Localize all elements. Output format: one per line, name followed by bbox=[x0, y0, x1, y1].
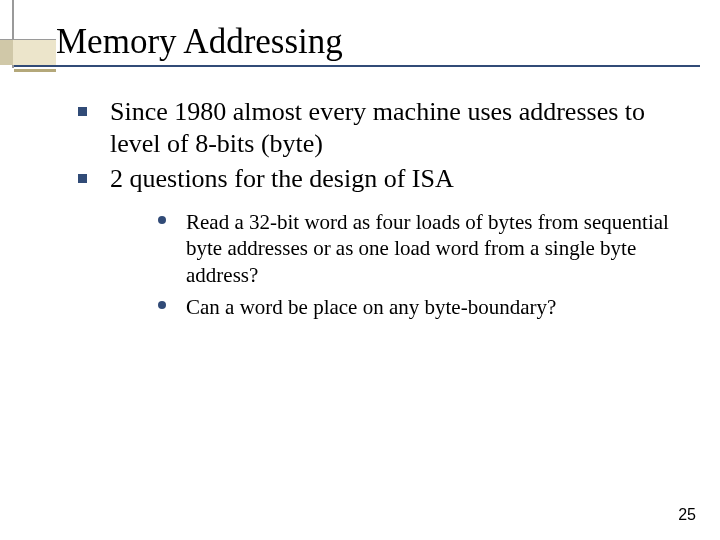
list-item: 2 questions for the design of ISA Read a… bbox=[78, 163, 680, 320]
list-item: Can a word be place on any byte-boundary… bbox=[158, 294, 680, 320]
slide-title: Memory Addressing bbox=[56, 22, 343, 62]
square-bullet-icon bbox=[78, 107, 87, 116]
list-item: Since 1980 almost every machine uses add… bbox=[78, 96, 680, 159]
sub-bullet-list: Read a 32-bit word as four loads of byte… bbox=[158, 209, 680, 320]
bullet-text: 2 questions for the design of ISA bbox=[110, 164, 454, 193]
svg-rect-3 bbox=[0, 40, 13, 65]
bullet-text: Can a word be place on any byte-boundary… bbox=[186, 295, 556, 319]
bullet-list: Since 1980 almost every machine uses add… bbox=[78, 96, 680, 320]
title-underline-accent bbox=[14, 69, 56, 72]
dot-bullet-icon bbox=[158, 301, 166, 309]
bullet-text: Since 1980 almost every machine uses add… bbox=[110, 97, 645, 158]
square-bullet-icon bbox=[78, 174, 87, 183]
bullet-text: Read a 32-bit word as four loads of byte… bbox=[186, 210, 669, 287]
list-item: Read a 32-bit word as four loads of byte… bbox=[158, 209, 680, 288]
slide-body: Since 1980 almost every machine uses add… bbox=[78, 96, 680, 326]
title-underline bbox=[14, 65, 700, 67]
svg-rect-2 bbox=[13, 40, 56, 65]
page-number: 25 bbox=[678, 506, 696, 524]
dot-bullet-icon bbox=[158, 216, 166, 224]
slide: Memory Addressing Since 1980 almost ever… bbox=[0, 0, 720, 540]
